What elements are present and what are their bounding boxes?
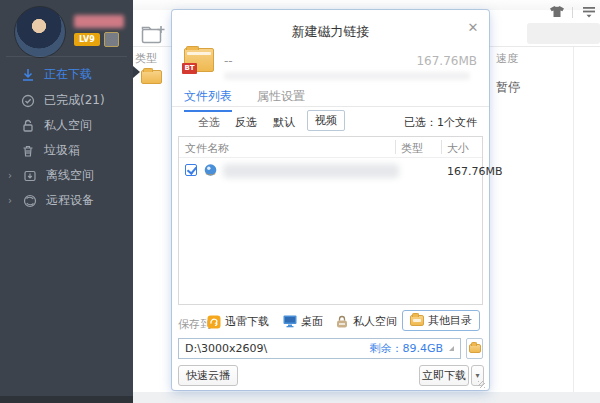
close-icon[interactable]: ✕ — [465, 20, 481, 36]
input-resize-triangle — [449, 346, 454, 351]
active-item-arrow — [133, 66, 140, 78]
save-to-private-space[interactable]: 私人空间 — [335, 314, 397, 329]
tabs-divider — [172, 106, 489, 107]
table-row[interactable]: 167.76MB — [179, 161, 482, 181]
level-badge: LV9 — [74, 33, 100, 46]
sidebar: LV9 正在下载 已完成(21) 私人空间 垃圾箱 — [0, 0, 133, 403]
save-to-other-label: 其他目录 — [428, 313, 472, 328]
hamburger-menu-icon — [582, 6, 596, 18]
bt-folder-icon: BT — [184, 48, 214, 72]
file-size: 167.76MB — [447, 165, 503, 178]
save-to-other-directory[interactable]: 其他目录 — [402, 310, 480, 331]
cloud-play-button[interactable]: 快速云播 — [178, 365, 238, 386]
task-name: -- — [224, 54, 233, 68]
save-to-private-label: 私人空间 — [353, 314, 397, 329]
save-to-desktop[interactable]: 桌面 — [283, 314, 323, 329]
column-separator — [395, 140, 396, 154]
new-magnet-dialog: 新建磁力链接 ✕ BT -- 167.76MB 文件列表 属性设置 全选 反选 … — [172, 10, 489, 390]
table-header-size[interactable]: 大小 — [447, 141, 469, 156]
save-path-value[interactable]: D:\3000x2609\ — [179, 342, 369, 355]
main-top-strip — [133, 0, 600, 10]
sidebar-item-label: 离线空间 — [46, 167, 94, 184]
sidebar-item-trash[interactable]: 垃圾箱 — [0, 138, 133, 163]
member-badge-icon — [104, 32, 119, 47]
task-folder-icon — [141, 70, 162, 84]
save-path-input[interactable]: D:\3000x2609\ 剩余：89.4GB — [178, 338, 461, 359]
table-header-divider — [179, 157, 482, 158]
skin-theme-button[interactable] — [549, 5, 565, 21]
status-bar — [133, 392, 600, 403]
thunder-download-icon — [207, 315, 221, 329]
sidebar-item-label: 垃圾箱 — [44, 142, 80, 159]
sidebar-item-label: 远程设备 — [46, 192, 94, 209]
trash-icon — [20, 143, 36, 159]
sidebar-item-completed[interactable]: 已完成(21) — [0, 88, 133, 113]
user-avatar[interactable] — [14, 6, 66, 58]
tab-file-list[interactable]: 文件列表 — [184, 88, 232, 112]
video-file-icon — [203, 163, 218, 181]
file-checkbox[interactable] — [185, 164, 197, 176]
column-divider — [573, 47, 574, 392]
shirt-icon — [549, 5, 565, 18]
check-circle-icon — [20, 93, 36, 109]
sidebar-item-label: 私人空间 — [44, 117, 92, 134]
sidebar-item-offline-space[interactable]: › 离线空间 — [0, 163, 133, 188]
sidebar-item-label: 已完成(21) — [44, 92, 105, 109]
desktop-icon — [283, 315, 297, 328]
file-table: 文件名称 类型 大小 167.76MB — [178, 136, 483, 305]
lock-icon — [20, 118, 36, 134]
sidebar-item-private-space[interactable]: 私人空间 — [0, 113, 133, 138]
dialog-title: 新建磁力链接 — [172, 23, 489, 41]
download-now-button[interactable]: 立即下载 — [419, 365, 469, 386]
dialog-resize-grip[interactable] — [478, 381, 485, 388]
sidebar-divider — [6, 56, 127, 57]
invert-selection-button[interactable]: 反选 — [235, 115, 257, 130]
table-header-filename[interactable]: 文件名称 — [185, 141, 229, 156]
disk-remaining: 剩余：89.4GB — [369, 341, 443, 356]
browse-folder-icon — [469, 344, 481, 353]
sidebar-item-downloading[interactable]: 正在下载 — [0, 62, 133, 87]
chevron-right-icon[interactable]: › — [8, 170, 16, 181]
table-header-type[interactable]: 类型 — [401, 141, 423, 156]
remote-devices-icon — [22, 193, 38, 209]
bt-badge: BT — [182, 63, 197, 74]
selected-count: 已选：1个文件 — [367, 115, 477, 130]
sidebar-item-label: 正在下载 — [44, 66, 92, 83]
folder-icon — [410, 315, 424, 326]
task-total-size: 167.76MB — [369, 54, 477, 68]
task-status: 暂停 — [496, 79, 520, 96]
default-filter-button[interactable]: 默认 — [273, 115, 295, 130]
browse-folder-button[interactable] — [466, 338, 483, 359]
search-box[interactable] — [527, 23, 600, 44]
username-censored — [74, 15, 124, 28]
select-all-label[interactable]: 全选 — [198, 115, 220, 130]
column-header-speed[interactable]: 速度 — [496, 51, 518, 66]
censored-magnet-text — [224, 72, 470, 80]
toolbar-separator — [572, 7, 573, 18]
new-task-folder-plus-icon — [140, 23, 167, 48]
download-icon — [20, 67, 36, 83]
offline-space-icon — [22, 168, 38, 184]
app-window: 类型 速度 暂停 LV9 正在下载 已完成(21) 私人空间 — [0, 0, 600, 403]
sidebar-footer — [0, 396, 133, 403]
save-to-thunder-label: 迅雷下载 — [225, 314, 269, 329]
column-separator — [441, 140, 442, 154]
main-menu-button[interactable] — [582, 6, 596, 21]
column-header-type[interactable]: 类型 — [135, 51, 157, 66]
sidebar-item-remote-devices[interactable]: › 远程设备 — [0, 188, 133, 213]
private-space-lock-icon — [335, 315, 349, 328]
save-to-thunder[interactable]: 迅雷下载 — [207, 314, 269, 329]
video-filter-button[interactable]: 视频 — [307, 110, 345, 131]
save-to-desktop-label: 桌面 — [301, 314, 323, 329]
censored-filename — [223, 164, 399, 178]
chevron-right-icon[interactable]: › — [8, 195, 16, 206]
